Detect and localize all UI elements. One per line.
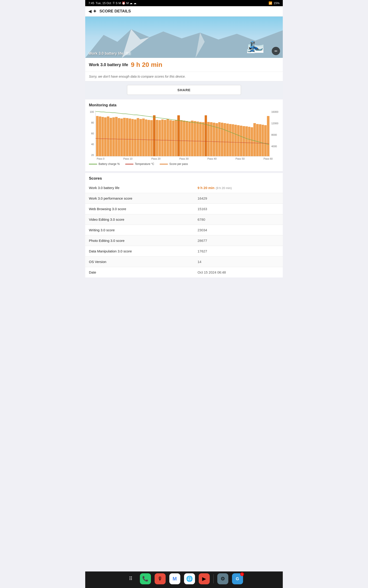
score-label-cell: Writing 3.0 score [85,225,194,235]
chart-bar [134,119,137,156]
star-icon: ✦ [93,9,97,14]
status-left: 7:45 Tue, 15 Oct ⠿ S M ⏰ M ☁ ☁ [88,1,137,5]
top-nav: ◀ ✦ SCORE DETAILS [85,6,283,17]
chart-bar [232,124,234,156]
hero-image: 🎿 🎿 Work 3.0 battery life 3.0 ✏ [85,17,283,58]
back-arrow-icon: ◀ [88,9,92,14]
table-row: Data Manipulation 3.0 score17627 [85,246,283,257]
chart-bar [145,119,147,156]
chart-container: 100 80 60 40 20 16000 12000 [89,110,279,167]
chart-bar [183,120,185,156]
chart-y-axis-right: 16000 12000 8000 4000 [270,110,279,156]
chart-bar [243,126,245,156]
chart-bar [262,125,264,156]
chart-bar [194,121,196,156]
chart-bar [99,116,101,156]
score-value-cell: 16429 [194,193,283,204]
legend-temperature: Temperature °C [125,162,154,165]
chart-bar [139,119,142,156]
legend-score-label: Score per pass [169,162,188,165]
score-label-cell: Work 3.0 battery life [85,183,194,193]
bottom-spacer [85,277,283,296]
chart-x-labels: Pass 0 Pass 10 Pass 20 Pass 30 Pass 40 P… [89,157,279,160]
battery: 15% [274,1,280,5]
chart-bar [104,117,107,156]
chart-bar [215,123,218,156]
chart-bar [226,124,229,156]
status-right: 📶 15% [268,1,280,5]
chart-bar [213,123,215,156]
score-value-cell: Oct 15 2024 06:48 [194,267,283,278]
chart-bar [259,124,261,156]
legend-score: Score per pass [160,162,188,165]
chart-bar [123,118,126,156]
chart-bar [196,121,199,156]
chart-bar [112,117,115,156]
scores-section: Scores Work 3.0 battery life9 h 20 min(9… [85,173,283,277]
table-row: Work 3.0 battery life9 h 20 min(9 h 20 m… [85,183,283,193]
score-value-cell: 15163 [194,204,283,214]
chart-bar [156,120,158,156]
table-row: Web Browsing 3.0 score15163 [85,204,283,214]
scores-table: Work 3.0 battery life9 h 20 min(9 h 20 m… [85,183,283,277]
signal-icons: ⠿ S M ⏰ M ☁ ☁ [112,1,137,5]
chart-bar [253,123,256,156]
chart-bar [110,118,112,156]
table-row: Writing 3.0 score23034 [85,225,283,235]
legend-battery-line [89,164,97,165]
status-bar: 7:45 Tue, 15 Oct ⠿ S M ⏰ M ☁ ☁ 📶 15% [85,0,283,6]
score-label-cell: Video Editing 3.0 score [85,214,194,225]
chart-bar [229,124,231,156]
chart-bar [205,115,207,156]
monitoring-section: Monitoring data 100 80 60 40 20 [85,100,283,171]
chart-bar [126,118,129,156]
score-label-cell: Data Manipulation 3.0 score [85,246,194,257]
score-highlight-value: 9 h 20 min [198,186,214,190]
legend-score-line [160,164,168,165]
edit-icon: ✏ [275,49,277,53]
chart-bar [199,122,202,156]
chart-bar [172,120,175,156]
table-row: OS Version14 [85,257,283,267]
compare-notice: Sorry, we don't have enough data to comp… [85,72,283,81]
hero-badge: 3.0 [125,52,131,55]
score-secondary-value: (9 h 20 min) [216,186,231,190]
chart-bar [180,120,183,156]
chart-y-axis-left: 100 80 60 40 20 [89,110,95,156]
share-button[interactable]: SHARE [127,85,241,95]
chart-bar [161,119,164,156]
back-button[interactable]: ◀ ✦ SCORE DETAILS [88,9,131,14]
chart-bar [164,120,166,156]
chart-bar [175,120,177,156]
score-value: 9 h 20 min [131,61,162,68]
chart-bar [169,120,172,156]
chart-bar [115,117,118,156]
score-value-cell: 6780 [194,214,283,225]
chart-bar [118,118,120,156]
score-label-cell: Web Browsing 3.0 score [85,204,194,214]
chart-bar [202,122,204,156]
chart-bar [120,119,123,156]
wifi-icon: 📶 [268,1,272,5]
edit-button[interactable]: ✏ [272,47,280,55]
chart-bar [251,127,253,156]
score-value-cell: 9 h 20 min(9 h 20 min) [194,183,283,193]
chart-bar [267,116,269,156]
chart-area [95,110,270,156]
chart-bar [264,125,267,156]
chart-bar [245,126,248,156]
chart-bar [147,120,150,156]
table-row: DateOct 15 2024 06:48 [85,267,283,278]
table-row: Photo Editing 3.0 score28677 [85,235,283,246]
chart-bar [153,115,156,156]
legend-battery: Battery charge % [89,162,120,165]
score-label-cell: Date [85,267,194,278]
legend-temperature-line [125,164,133,165]
chart-bar [129,119,131,156]
chart-bar [158,120,161,156]
chart-legend: Battery charge % Temperature °C Score pe… [89,162,279,165]
chart-bar [223,123,226,156]
chart-bar [150,120,153,156]
chart-bar [101,117,104,156]
chart-bar [137,118,139,156]
